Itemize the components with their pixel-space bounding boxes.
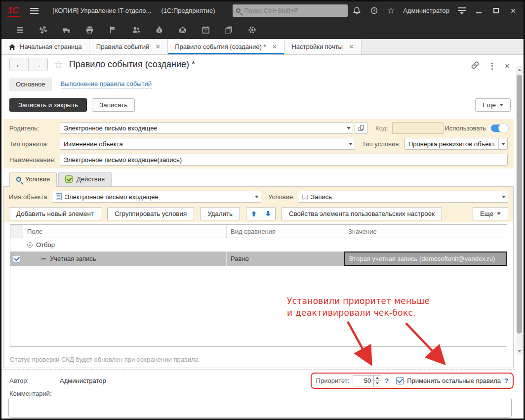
- tab-event-rule-new[interactable]: Правило события (создание) * ✕: [168, 39, 284, 54]
- column-comparison[interactable]: Вид сравнения: [227, 225, 344, 238]
- dropdown-icon[interactable]: [499, 191, 508, 202]
- form-close-icon[interactable]: ×: [505, 62, 510, 70]
- row-value[interactable]: Вторая учетная запись (demosoftonit@yand…: [344, 252, 507, 266]
- apply-other-rules-checkbox[interactable]: [396, 377, 404, 384]
- condition-type-select[interactable]: Проверка реквизитов объекта: [404, 138, 508, 150]
- stepper-down-button[interactable]: [374, 381, 381, 386]
- collapse-minus-icon[interactable]: [27, 242, 33, 248]
- dropdown-icon[interactable]: [498, 138, 507, 149]
- history-clock-icon[interactable]: [370, 6, 379, 15]
- truck-icon[interactable]: [55, 26, 78, 34]
- nav-main[interactable]: Основное: [9, 78, 52, 91]
- dropdown-icon[interactable]: [252, 191, 261, 202]
- add-element-button[interactable]: Добавить новый элемент: [9, 207, 101, 220]
- tab-conditions[interactable]: Условия: [9, 172, 57, 187]
- apply-help-link[interactable]: ?: [504, 377, 508, 384]
- mail-icon[interactable]: [171, 26, 194, 34]
- chevron-down-icon: [497, 212, 501, 215]
- minimize-button[interactable]: [474, 6, 483, 15]
- apply-other-rules-label: Применить остальные правила: [407, 377, 501, 384]
- parent-label: Родитель:: [9, 125, 60, 132]
- more-menu-icon[interactable]: [491, 63, 493, 70]
- rule-type-select[interactable]: Изменение объекта: [60, 138, 355, 150]
- flags-icon[interactable]: [101, 26, 124, 34]
- sections-toolbar: S 7: [1, 20, 524, 39]
- tab-label: Начальная страница: [20, 43, 82, 50]
- tab-mail-settings[interactable]: Настройки почты ✕: [284, 39, 361, 54]
- service-menu-icon[interactable]: [458, 7, 466, 14]
- current-user[interactable]: Администратор: [403, 7, 449, 14]
- tab-actions[interactable]: Действия: [58, 172, 112, 186]
- scroll-up-icon[interactable]: [516, 66, 523, 74]
- table-group-row[interactable]: Отбор: [10, 238, 507, 252]
- column-field[interactable]: Поле: [23, 225, 227, 238]
- search-input[interactable]: Поиск Ctrl+Shift+F: [233, 4, 347, 17]
- tab-event-rules[interactable]: Правила событий ✕: [89, 39, 168, 54]
- delete-button[interactable]: Удалить: [200, 207, 240, 220]
- dropdown-icon[interactable]: [344, 123, 353, 133]
- user-settings-properties-button[interactable]: Свойства элемента пользовательских настр…: [282, 207, 442, 220]
- open-parent-button[interactable]: [355, 122, 367, 134]
- favorites-star-icon[interactable]: ☆: [387, 6, 395, 15]
- condition-select[interactable]: {..} Запись: [298, 191, 508, 203]
- main-menu-icon[interactable]: [30, 8, 39, 14]
- group-conditions-button[interactable]: Сгруппировать условия: [107, 207, 194, 220]
- vertical-scrollbar[interactable]: [516, 66, 523, 355]
- move-down-button[interactable]: [261, 208, 275, 220]
- save-button[interactable]: Записать: [92, 98, 135, 112]
- group-label: Отбор: [36, 241, 55, 249]
- dropdown-icon[interactable]: [346, 138, 355, 149]
- stepper-up-button[interactable]: [374, 376, 381, 381]
- notifications-bell-icon[interactable]: [353, 6, 362, 15]
- tab-close-icon[interactable]: ✕: [155, 43, 161, 50]
- row-checkbox[interactable]: [13, 255, 20, 262]
- scroll-down-icon[interactable]: [516, 347, 523, 355]
- use-toggle[interactable]: [491, 125, 508, 132]
- tab-label: Правило события (создание) *: [175, 43, 266, 50]
- conditions-more-button[interactable]: Еще: [473, 207, 508, 220]
- forward-button[interactable]: →: [29, 58, 47, 71]
- calendar-icon[interactable]: 7: [194, 26, 217, 34]
- name-field[interactable]: Электронное письмо входящее(запись): [60, 154, 508, 166]
- printer-icon[interactable]: [78, 26, 101, 34]
- comment-field[interactable]: [8, 398, 512, 418]
- tab-close-icon[interactable]: ✕: [349, 43, 354, 50]
- save-and-close-button[interactable]: Записать и закрыть: [9, 98, 87, 112]
- annotation-text: Установили приоритет меньше и деактивиро…: [287, 295, 430, 319]
- conditions-panel: Имя объекта: Электронное письмо входящее…: [3, 186, 514, 368]
- get-link-icon[interactable]: [471, 61, 480, 71]
- nav-rule-execution-link[interactable]: Выполнение правила событий: [61, 80, 152, 88]
- priority-highlight-box: Приоритет: 50 ? Применить остальные прав…: [311, 373, 514, 389]
- money-bag-icon[interactable]: S: [148, 26, 171, 34]
- gear-icon[interactable]: [241, 26, 264, 34]
- move-up-button[interactable]: [246, 208, 261, 220]
- lifebuoy-icon[interactable]: [32, 26, 55, 34]
- row-comparison[interactable]: Равно: [227, 252, 344, 266]
- documents-icon[interactable]: [217, 26, 241, 34]
- chevron-down-icon: [499, 104, 503, 106]
- tab-label: Правила событий: [96, 43, 150, 50]
- app-window: 1С [КОПИЯ] Управление IT-отдело... (1С:П…: [0, 0, 525, 420]
- priority-label: Приоритет:: [316, 377, 350, 384]
- scrollbar-thumb[interactable]: [517, 75, 522, 334]
- dcs-status-text: Статус проверки СКД будет обновлен при с…: [10, 356, 199, 363]
- tab-home[interactable]: Начальная страница: [1, 39, 89, 54]
- table-row[interactable]: Учетная запись Равно Вторая учетная запи…: [10, 252, 507, 266]
- people-icon[interactable]: [124, 26, 148, 34]
- back-button[interactable]: ←: [10, 58, 29, 71]
- object-name-select[interactable]: Электронное письмо входящее: [52, 191, 261, 203]
- maximize-button[interactable]: [491, 6, 500, 15]
- add-favorite-star-icon[interactable]: ☆: [54, 59, 63, 71]
- tab-close-icon[interactable]: ✕: [272, 43, 278, 50]
- priority-stepper[interactable]: 50: [353, 375, 381, 386]
- parent-field[interactable]: Электронное письмо входящее: [60, 122, 353, 134]
- window-close-button[interactable]: ×: [509, 6, 518, 15]
- author-value: Администратор: [60, 377, 106, 384]
- priority-value[interactable]: 50: [353, 376, 373, 386]
- search-placeholder: Поиск Ctrl+Shift+F: [244, 7, 298, 14]
- priority-help-link[interactable]: ?: [385, 377, 389, 384]
- more-button[interactable]: Еще: [475, 98, 511, 112]
- conditions-table: Поле Вид сравнения Значение Отбор Учетн: [10, 224, 507, 347]
- list-icon[interactable]: [8, 26, 32, 34]
- column-value[interactable]: Значение: [344, 225, 507, 238]
